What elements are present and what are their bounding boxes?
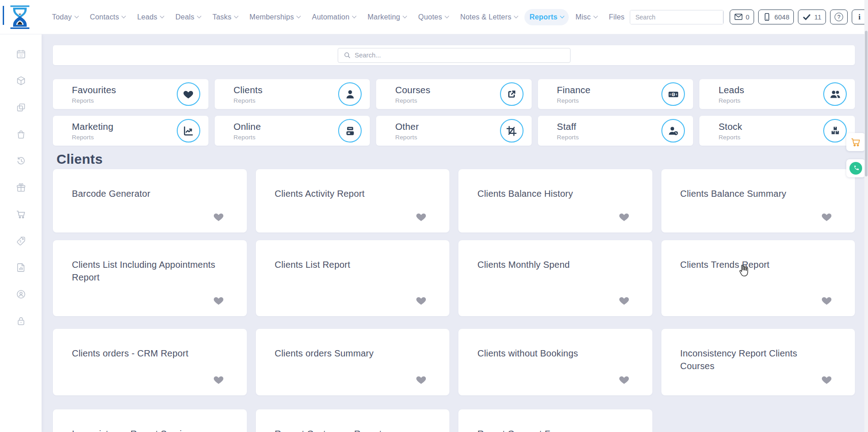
scrollbar-thumb[interactable] [865,31,868,176]
tasks-done-button[interactable]: 11 [798,9,826,24]
nav-item-misc[interactable]: Misc [571,9,602,25]
category-card-marketing[interactable]: MarketingReports [53,116,208,146]
report-card-clients-orders-summary[interactable]: Clients orders Summary [256,329,450,395]
topbar-actions: 0604811?i LONDON SUPPORT [630,8,868,26]
favourite-heart-icon[interactable] [821,374,832,387]
sms-button[interactable]: 6048 [758,9,794,24]
search-icon[interactable] [723,10,724,24]
report-title: Clients Trends Report [680,258,826,271]
topbar-search [630,10,724,24]
nav-item-label: Automation [312,13,349,21]
help-icon: ? [835,13,843,21]
report-file-icon[interactable] [16,262,26,273]
nav-item-leads[interactable]: Leads [132,9,169,25]
report-card-inconsistency-report-services[interactable]: Inconsistency Report Services [53,409,247,432]
nav-item-notes-letters[interactable]: Notes & Letters [455,9,523,25]
category-card-leads[interactable]: LeadsReports [699,79,855,109]
floating-basket-button[interactable] [846,133,865,151]
favourite-heart-icon[interactable] [213,211,224,224]
category-card-finance[interactable]: FinanceReports0 [538,79,693,109]
calendar-icon[interactable]: 12 [16,49,26,59]
report-card-clients-monthly-spend[interactable]: Clients Monthly Spend [458,240,652,316]
report-title: Clients List Including Appointments Repo… [72,258,218,284]
scrollbar[interactable] [864,0,868,432]
report-card-clients-without-bookings[interactable]: Clients without Bookings [458,329,652,395]
category-card-other[interactable]: OtherReports [376,116,532,146]
report-card-clients-orders-crm-report[interactable]: Clients orders - CRM Report [53,329,247,395]
category-card-staff[interactable]: StaffReports [538,116,693,146]
category-icon-circle [823,82,847,106]
nav-item-today[interactable]: Today [47,9,83,25]
nav-item-files[interactable]: Files [604,9,630,25]
category-icon-circle [338,82,362,106]
staff-clock-icon [668,125,679,137]
reports-search [338,48,571,63]
nav-item-deals[interactable]: Deals [170,9,206,25]
favourite-heart-icon[interactable] [618,295,630,308]
report-card-clients-balance-history[interactable]: Clients Balance History [458,169,652,233]
copy-icon[interactable] [16,102,26,113]
chevron-down-icon [74,14,79,19]
category-card-clients[interactable]: ClientsReports [215,79,370,109]
messages-count: 0 [746,14,750,21]
favourite-heart-icon[interactable] [415,374,427,387]
nav-item-contacts[interactable]: Contacts [85,9,131,25]
topbar-search-input[interactable] [630,10,723,24]
cart-icon[interactable] [16,209,26,219]
nav-item-quotes[interactable]: Quotes [413,9,453,25]
package-icon[interactable] [16,76,26,86]
favourite-heart-icon[interactable] [213,374,224,387]
report-title: Report Consent Forms [477,427,623,432]
category-card-favourites[interactable]: FavouritesReports [53,79,208,109]
reports-search-input[interactable] [355,52,565,59]
price-tag-icon[interactable]: $ [16,236,26,246]
floating-whatsapp-button[interactable] [846,159,865,177]
nav-item-automation[interactable]: Automation [307,9,361,25]
svg-text:0: 0 [672,92,675,96]
chart-icon [183,125,194,137]
report-card-clients-trends-report[interactable]: Clients Trends Report [661,240,855,316]
category-card-online[interactable]: OnlineReports [215,116,370,146]
favourite-heart-icon[interactable] [821,211,832,224]
category-card-stock[interactable]: StockReports [699,116,855,146]
category-card-courses[interactable]: CoursesReports [376,79,532,109]
report-card-barcode-generator[interactable]: Barcode Generator [53,169,247,233]
report-card-clients-list-report[interactable]: Clients List Report [256,240,450,316]
favourite-heart-icon[interactable] [415,211,427,224]
nav-item-label: Marketing [368,13,400,21]
chevron-down-icon [514,14,519,19]
chevron-down-icon [122,14,126,19]
whatsapp-icon [849,162,862,175]
svg-text:$: $ [19,240,21,243]
nav-item-label: Memberships [250,13,294,21]
shopping-bag-icon[interactable] [16,129,26,139]
help-button[interactable]: ? [830,9,848,24]
category-icon-circle [823,119,847,142]
favourite-heart-icon[interactable] [821,295,832,308]
gift-icon[interactable] [16,182,26,193]
chevron-down-icon [297,14,301,19]
nav-item-marketing[interactable]: Marketing [363,9,411,25]
nav-item-memberships[interactable]: Memberships [245,9,305,25]
history-icon[interactable] [16,156,26,166]
report-card-clients-activity-report[interactable]: Clients Activity Report [256,169,450,233]
app-logo[interactable] [9,5,31,30]
report-card-inconsistency-report-clients-courses[interactable]: Inconsistency Report Clients Courses [661,329,855,395]
check-icon [802,13,811,21]
crop-icon [506,125,517,137]
favourite-heart-icon[interactable] [415,295,427,308]
messages-button[interactable]: 0 [730,9,754,24]
report-card-report-consent-forms[interactable]: Report Consent Forms [458,409,652,432]
nav-item-reports[interactable]: Reports [524,9,569,25]
report-card-clients-balance-summary[interactable]: Clients Balance Summary [661,169,855,233]
nav-item-tasks[interactable]: Tasks [208,9,243,25]
lock-icon[interactable] [16,316,26,326]
favourite-heart-icon[interactable] [213,295,224,308]
report-card-clients-list-including-appointments-report[interactable]: Clients List Including Appointments Repo… [53,240,247,316]
favourite-heart-icon[interactable] [618,211,630,224]
favourite-heart-icon[interactable] [618,374,630,387]
chevron-down-icon [560,14,565,19]
report-title: Clients Balance History [477,187,623,200]
account-sync-icon[interactable] [16,289,26,299]
report-card-repeat-customers-report[interactable]: Repeat Customers Report [256,409,450,432]
